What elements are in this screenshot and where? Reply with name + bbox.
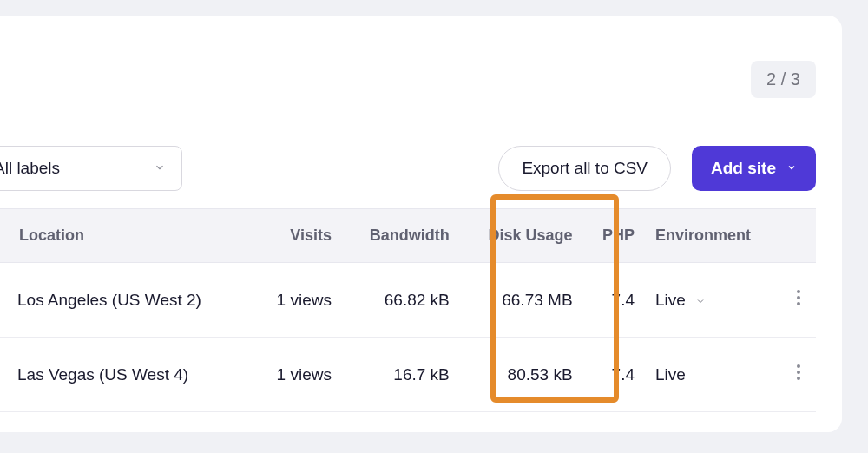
cell-bandwidth: 16.7 kB [342, 338, 460, 412]
toolbar: All labels Export all to CSV Add site [0, 146, 816, 191]
col-location[interactable]: Location [0, 209, 253, 263]
table-row[interactable]: Las Vegas (US West 4) 1 views 16.7 kB 80… [0, 338, 816, 412]
sites-table: Location Visits Bandwidth Disk Usage PHP… [0, 208, 816, 412]
cell-environment: Live [645, 338, 781, 412]
row-actions-button[interactable] [781, 263, 816, 338]
cell-disk-usage: 80.53 kB [460, 338, 583, 412]
cell-disk-usage: 66.73 MB [460, 263, 583, 338]
cell-visits: 1 views [253, 338, 342, 412]
kebab-icon [797, 362, 800, 383]
col-environment[interactable]: Environment [645, 209, 781, 263]
col-disk-usage[interactable]: Disk Usage [460, 209, 583, 263]
chevron-down-icon [154, 159, 166, 178]
content-card: 2 / 3 All labels Export all to CSV Add s… [0, 16, 842, 432]
export-csv-label: Export all to CSV [522, 159, 648, 177]
col-visits[interactable]: Visits [253, 209, 342, 263]
col-php[interactable]: PHP [583, 209, 645, 263]
cell-php: 7.4 [583, 338, 645, 412]
chevron-down-icon [695, 295, 706, 309]
labels-dropdown[interactable]: All labels [0, 146, 182, 191]
add-site-label: Add site [711, 159, 776, 178]
row-actions-button[interactable] [781, 338, 816, 412]
cell-environment[interactable]: Live [645, 263, 781, 338]
cell-location: Los Angeles (US West 2) [0, 263, 253, 338]
col-actions [781, 209, 816, 263]
table-row[interactable]: Los Angeles (US West 2) 1 views 66.82 kB… [0, 263, 816, 338]
pagination-text: 2 / 3 [766, 69, 800, 89]
cell-visits: 1 views [253, 263, 342, 338]
col-bandwidth[interactable]: Bandwidth [342, 209, 460, 263]
labels-dropdown-label: All labels [0, 159, 60, 178]
chevron-down-icon [786, 161, 797, 175]
export-csv-button[interactable]: Export all to CSV [498, 146, 671, 191]
cell-location: Las Vegas (US West 4) [0, 338, 253, 412]
cell-bandwidth: 66.82 kB [342, 263, 460, 338]
sites-table-wrap: Location Visits Bandwidth Disk Usage PHP… [0, 208, 816, 412]
add-site-button[interactable]: Add site [692, 146, 816, 191]
pagination-indicator: 2 / 3 [751, 61, 816, 98]
kebab-icon [797, 287, 800, 308]
table-header-row: Location Visits Bandwidth Disk Usage PHP… [0, 209, 816, 263]
cell-php: 7.4 [583, 263, 645, 338]
